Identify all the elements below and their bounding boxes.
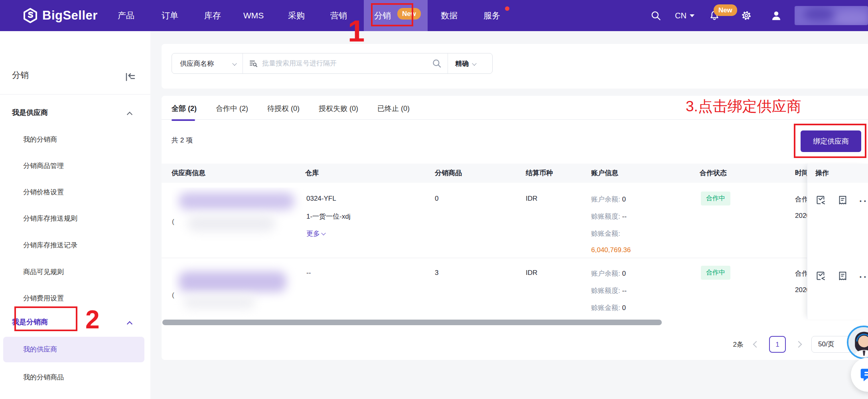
row-operations: ··· (815, 271, 868, 283)
search-field-label: 供应商名称 (180, 59, 214, 68)
language-selector[interactable]: CN (675, 11, 687, 20)
table-body: ( 0324-YFL 1-一货一位-xdj 更多 0 IDR 账户余额: 0 赊… (162, 183, 807, 319)
time-line: 2020 (795, 286, 807, 294)
sidebar-item-stock-push-records[interactable]: 分销库存推送记录 (0, 237, 150, 254)
total-count-text: 共 2 项 (172, 136, 193, 145)
row-divider (162, 258, 807, 258)
warehouse-more-link[interactable]: 更多 (306, 229, 325, 238)
time-line: 合作 (795, 195, 807, 204)
col-currency: 结算币种 (526, 164, 553, 183)
search-input[interactable] (262, 59, 428, 67)
nav-item-data[interactable]: 数据 (441, 0, 458, 31)
supplier-info-blurred (172, 188, 306, 255)
pagination-next-icon[interactable] (795, 341, 802, 348)
time-line: 2020 (795, 212, 807, 220)
col-operation: 操作 (807, 164, 868, 183)
row-operations: ··· (815, 195, 868, 207)
account-credit: 赊账额度: -- (591, 212, 627, 221)
chevron-up-icon (127, 321, 132, 327)
tab-all[interactable]: 全部 (2) (172, 101, 197, 119)
contract-icon[interactable] (815, 195, 826, 207)
nav-item-marketing[interactable]: 营销 (330, 0, 347, 31)
nav-item-orders[interactable]: 订单 (162, 0, 178, 31)
pagination-prev-icon[interactable] (753, 341, 760, 348)
annotation-number-2: 2 (85, 305, 100, 334)
col-account-info: 账户信息 (591, 164, 618, 183)
annotation-frame-step2 (14, 306, 77, 331)
match-mode-selector[interactable]: 精确 (448, 53, 492, 73)
account-balance: 账户余额: 0 (591, 195, 626, 204)
chevron-down-icon (472, 61, 476, 65)
sidebar-title: 分销 (12, 69, 29, 81)
nav-item-purchase[interactable]: 采购 (288, 0, 305, 31)
more-actions-icon[interactable]: ··· (859, 271, 868, 282)
top-navbar: BigSeller 产品 订单 库存 WMS 采购 营销 分销 New 数据 服… (0, 0, 868, 31)
more-label: 更多 (306, 230, 320, 237)
pagination-total: 2条 (733, 340, 744, 349)
sidebar-item-my-suppliers[interactable]: 我的供应商 (3, 337, 144, 362)
notification-bell-icon[interactable]: New (709, 10, 720, 21)
search-submit-icon[interactable] (432, 58, 442, 69)
annotation-frame-step3 (794, 124, 866, 158)
sidebar-item-my-distributors[interactable]: 我的分销商 (0, 131, 150, 148)
username-blurred[interactable] (795, 6, 868, 25)
tab-auth-failed[interactable]: 授权失败 (0) (319, 101, 358, 119)
col-products: 分销商品 (435, 164, 462, 183)
col-coop-status: 合作状态 (700, 164, 727, 183)
chevron-up-icon (127, 112, 132, 117)
search-field-selector[interactable]: 供应商名称 (172, 53, 243, 73)
products-count: 3 (435, 269, 438, 277)
search-icon[interactable] (650, 10, 661, 21)
supplier-info-blurred (172, 261, 306, 317)
tab-pending-auth[interactable]: 待授权 (0) (267, 101, 300, 119)
sidebar-item-stock-push-rules[interactable]: 分销库存推送规则 (0, 210, 150, 227)
contract-icon[interactable] (815, 271, 826, 283)
tab-cooperating[interactable]: 合作中 (2) (216, 101, 248, 119)
sidebar-item-my-distribution-products[interactable]: 我的分销商品 (0, 369, 150, 386)
table-header: 供应商信息 仓库 分销商品 结算币种 账户信息 合作状态 时间 (162, 164, 807, 183)
products-count: 0 (435, 195, 438, 203)
time-line: 合作 (795, 269, 807, 278)
filter-card: 供应商名称 精确 (162, 44, 868, 89)
sidebar-divider (0, 94, 150, 95)
match-mode-label: 精确 (455, 59, 469, 68)
language-caret-icon (690, 14, 694, 17)
col-supplier-info: 供应商信息 (172, 164, 205, 183)
annotation-text-step3: 3.点击绑定供应商 (686, 97, 801, 117)
tab-terminated[interactable]: 已终止 (0) (377, 101, 410, 119)
status-badge: 合作中 (701, 266, 730, 280)
batch-search-icon (249, 59, 258, 68)
nav-item-wms[interactable]: WMS (243, 0, 264, 31)
nav-item-products[interactable]: 产品 (118, 0, 134, 31)
horizontal-scrollbar-thumb[interactable] (162, 320, 662, 325)
sidebar-item-fee-settings[interactable]: 分销费用设置 (0, 290, 150, 307)
sidebar-item-price-settings[interactable]: 分销价格设置 (0, 184, 150, 201)
sidebar-item-product-visibility[interactable]: 商品可见规则 (0, 263, 150, 281)
nav-item-inventory[interactable]: 库存 (204, 0, 221, 31)
chat-widget-button[interactable] (851, 358, 868, 392)
more-actions-icon[interactable]: ··· (859, 196, 868, 207)
warehouse-line: -- (306, 269, 311, 277)
account-debt-label: 赊账金额: (591, 229, 620, 238)
bill-receipt-icon[interactable] (837, 195, 848, 207)
horizontal-scrollbar-track[interactable] (162, 319, 807, 326)
pagination: 2条 1 50/页 (733, 335, 856, 354)
account-credit: 赊账额度: -- (591, 286, 627, 295)
service-notification-dot (505, 6, 509, 11)
settings-gear-icon[interactable] (741, 10, 752, 21)
currency: IDR (526, 269, 537, 277)
sidebar-item-print-settings[interactable]: 打印设置 (0, 395, 150, 399)
bell-new-badge: New (714, 4, 737, 16)
annotation-frame-step1 (371, 3, 413, 26)
sidebar-section-supplier[interactable]: 我是供应商 (12, 108, 148, 117)
brand-logo[interactable]: BigSeller (22, 0, 98, 31)
nav-item-service[interactable]: 服务 (483, 0, 500, 31)
search-group: 供应商名称 精确 (172, 53, 493, 74)
sidebar-collapse-icon[interactable] (124, 71, 136, 85)
currency: IDR (526, 195, 537, 203)
pagination-page-1[interactable]: 1 (769, 336, 786, 353)
sidebar-item-distribution-products[interactable]: 分销商品管理 (0, 157, 150, 175)
chevron-down-icon (232, 61, 237, 65)
user-profile-icon[interactable] (770, 10, 782, 22)
bill-receipt-icon[interactable] (837, 271, 848, 283)
